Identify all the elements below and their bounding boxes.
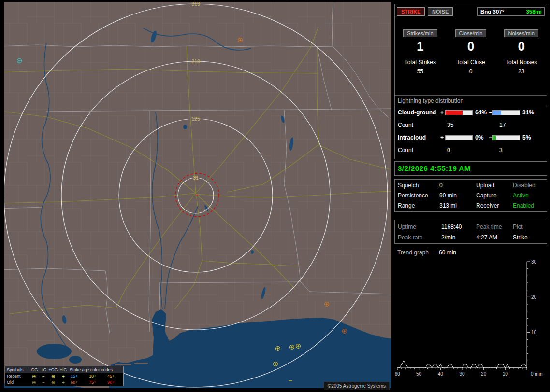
pos-ic-symbol-icon: +: [58, 374, 69, 379]
legend-col-pos-ic: +IC: [58, 366, 69, 373]
peak-rate-value: 2/min: [441, 232, 455, 243]
sidebar: STRIKE NOISE Bng 307° 358mi Strikes/min …: [394, 0, 547, 392]
minus-sign: −: [489, 131, 492, 144]
noise-mode-button[interactable]: NOISE: [428, 7, 453, 16]
bar-fill: [493, 111, 501, 115]
legend-header-row: Symbols -CG -IC +CG +IC Strike age color…: [5, 366, 123, 373]
intracloud-label: Intracloud: [398, 131, 426, 144]
pos-cg-symbol-icon: ⊕: [48, 380, 58, 385]
range-label: Range: [398, 201, 415, 211]
ring-distance-label: 219: [191, 58, 200, 64]
age-code: 15+: [69, 373, 87, 379]
ic-plus-pct: 0%: [475, 131, 483, 144]
age-code: 30+: [87, 373, 105, 379]
svg-text:60: 60: [395, 371, 400, 377]
age-code: 60+: [69, 379, 87, 386]
trend-header: Trend graph 60 min: [394, 248, 547, 257]
ring-distance-label: 313: [191, 1, 200, 7]
total-noises-label: Total Noises: [496, 59, 547, 66]
datetime-display: 3/2/2026 4:55:19 AM: [398, 164, 471, 172]
cloud-ground-label: Cloud-ground: [398, 106, 436, 119]
dist-bar-minus-0: [492, 110, 520, 115]
uptime-label: Uptime: [398, 222, 416, 232]
total-strikes-value: 55: [395, 68, 446, 75]
svg-text:30: 30: [459, 371, 465, 377]
ring-distance-label: 125: [191, 116, 200, 122]
total-close-value: 0: [446, 68, 496, 75]
svg-text:50: 50: [416, 371, 422, 377]
receiver-status: Enabled: [513, 201, 534, 211]
bearing-readout: Bng 307° 358mi: [477, 7, 545, 16]
cg-minus-pct: 31%: [522, 106, 534, 119]
receiver-label: Receiver: [476, 201, 499, 211]
legend-age-header: Strike age color codes: [69, 366, 124, 373]
strikes-per-min-header[interactable]: Strikes/min: [403, 29, 437, 37]
persistence-value: 90 min: [439, 191, 457, 201]
cg-minus-count: 17: [499, 119, 506, 131]
peak-time-value: 4:27 AM: [476, 232, 497, 243]
range-value: 313 mi: [439, 201, 457, 211]
plot-label: Plot: [513, 222, 523, 232]
count-label: Count: [398, 119, 413, 131]
counter-column-noises: Noises/min 0 Total Noises 23: [496, 29, 547, 75]
clock-panel: 3/2/2026 4:55:19 AM: [394, 161, 547, 176]
age-code: 45+: [105, 373, 124, 379]
intracloud-count-row: Count 0 3: [395, 144, 547, 156]
age-code: 90+: [105, 379, 124, 386]
status-row: Range 313 mi Receiver Enabled: [395, 201, 547, 211]
trend-graph-chart: 1020306050403020100 min: [395, 259, 546, 387]
lightning-map[interactable]: 31321912531: [0, 0, 392, 392]
legend-symbols-header: Symbols: [7, 366, 29, 373]
status-row: Persistence 90 min Capture Active: [395, 191, 547, 201]
legend-col-neg-cg: -CG: [29, 366, 39, 373]
svg-text:0 min: 0 min: [531, 371, 542, 377]
peak-time-label: Peak time: [476, 222, 502, 232]
app-root: 31321912531 Symbols -CG -IC +CG +IC Stri…: [0, 0, 550, 392]
map-panel[interactable]: 31321912531 Symbols -CG -IC +CG +IC Stri…: [0, 0, 392, 392]
dist-bar-plus-1: [445, 135, 473, 140]
total-strikes-label: Total Strikes: [395, 59, 446, 66]
ring-distance-label: 31: [193, 175, 199, 181]
stats-row: Peak rate 2/min 4:27 AM Strike: [395, 232, 547, 243]
bar-fill: [446, 111, 463, 115]
dist-bar-plus-0: [445, 110, 473, 115]
squelch-value: 0: [439, 181, 443, 191]
neg-ic-symbol-icon: −: [39, 380, 48, 385]
minus-sign: −: [489, 106, 492, 119]
station-marker: [196, 194, 198, 196]
close-per-min-header[interactable]: Close/min: [455, 29, 487, 37]
ic-plus-count: 0: [447, 144, 450, 156]
close-per-min-value: 0: [446, 40, 496, 53]
bar-fill: [493, 136, 496, 140]
neg-ic-symbol-icon: −: [39, 374, 48, 379]
status-row: Squelch 0 Upload Disabled: [395, 181, 547, 191]
counter-columns: Strikes/min 1 Total Strikes 55 Close/min…: [395, 29, 547, 75]
neg-cg-symbol-icon: ⊖: [29, 380, 39, 385]
total-close-label: Total Close: [446, 59, 496, 66]
svg-text:20: 20: [531, 294, 537, 300]
legend-old-row: Old ⊖ − ⊕ + 60+ 75+ 90+: [5, 379, 123, 386]
bearing-label: Bng 307°: [480, 8, 504, 15]
legend-recent-row: Recent ⊖ − ⊕ + 15+ 30+ 45+: [5, 373, 123, 379]
stats-panel: Uptime 1168:40 Peak time Plot Peak rate …: [394, 220, 547, 244]
cg-plus-pct: 64%: [475, 106, 487, 119]
noises-per-min-header[interactable]: Noises/min: [504, 29, 538, 37]
svg-text:20: 20: [481, 371, 487, 377]
cg-plus-count: 35: [447, 119, 453, 131]
plot-value: Strike: [513, 232, 528, 243]
plus-sign: +: [440, 131, 444, 144]
persistence-label: Persistence: [398, 191, 428, 201]
svg-text:10: 10: [531, 330, 537, 335]
legend-col-neg-ic: -IC: [39, 366, 48, 373]
capture-label: Capture: [476, 191, 497, 201]
copyright-notice: ©2005 Astrogenic Systems: [324, 382, 390, 390]
pos-ic-symbol-icon: +: [58, 380, 69, 385]
stats-row: Uptime 1168:40 Peak time Plot: [395, 222, 547, 232]
status-panel: Squelch 0 Upload Disabled Persistence 90…: [394, 179, 547, 212]
age-code: 75+: [87, 379, 105, 386]
plus-sign: +: [440, 106, 444, 119]
strike-mode-button[interactable]: STRIKE: [397, 7, 425, 16]
upload-label: Upload: [476, 181, 494, 191]
ic-minus-count: 3: [499, 144, 503, 156]
distribution-title: Lightning type distribution: [395, 96, 547, 106]
